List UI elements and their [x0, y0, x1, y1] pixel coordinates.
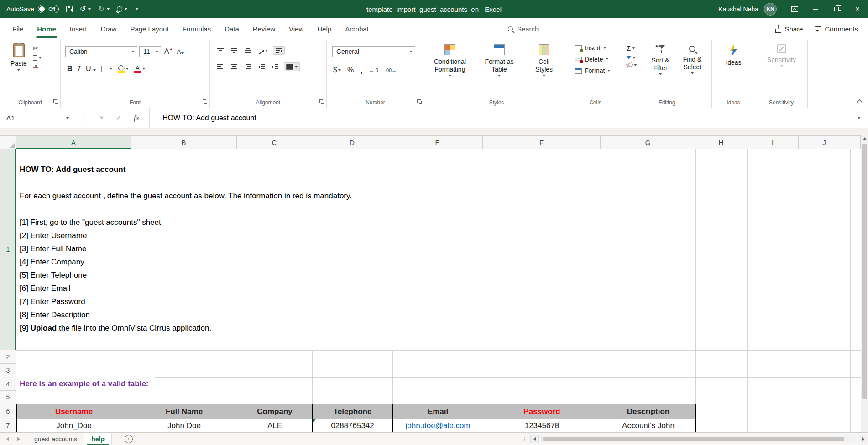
- autosum-dropdown-icon[interactable]: [632, 47, 635, 49]
- collapse-ribbon-icon[interactable]: [857, 99, 863, 105]
- loop-button[interactable]: [117, 6, 127, 12]
- undo-dropdown-icon[interactable]: [88, 8, 91, 10]
- tab-home[interactable]: Home: [30, 18, 63, 40]
- shrink-font-button[interactable]: A: [176, 48, 186, 55]
- sort-filter-button[interactable]: AZ Sort & Filter: [644, 44, 677, 108]
- clear-dropdown-icon[interactable]: [634, 64, 637, 66]
- cell-styles-button[interactable]: Cell Styles: [523, 44, 565, 108]
- scroll-up-icon[interactable]: [863, 137, 867, 140]
- paste-dropdown-icon[interactable]: [17, 69, 20, 71]
- font-name-select[interactable]: Calibri: [65, 46, 137, 57]
- loop-dropdown-icon[interactable]: [125, 8, 127, 10]
- grow-font-button[interactable]: A: [163, 47, 174, 56]
- search-box[interactable]: Search: [508, 25, 539, 33]
- column-header-j[interactable]: J: [799, 136, 850, 149]
- borders-button[interactable]: [101, 66, 112, 72]
- header-full-name[interactable]: Full Name: [131, 404, 237, 419]
- underline-dropdown-icon[interactable]: [93, 69, 96, 71]
- enter-icon[interactable]: ✓: [115, 114, 121, 122]
- redo-button[interactable]: ↻: [98, 5, 109, 13]
- header-username[interactable]: Username: [17, 404, 131, 419]
- row-header-1[interactable]: 1: [0, 149, 16, 350]
- autosum-button[interactable]: Σ: [627, 44, 644, 52]
- row-header-7[interactable]: 7: [0, 419, 16, 432]
- cell-telephone[interactable]: 0288765342: [313, 419, 393, 432]
- tab-view[interactable]: View: [282, 18, 310, 40]
- cell-description[interactable]: Account's John: [601, 419, 696, 432]
- horizontal-scroll-track[interactable]: [541, 436, 856, 442]
- align-right-button[interactable]: [243, 63, 253, 71]
- insert-cells-button[interactable]: Insert: [575, 44, 622, 52]
- row-header-5[interactable]: 5: [0, 391, 16, 404]
- font-color-dropdown-icon[interactable]: [142, 68, 145, 70]
- restore-button[interactable]: [826, 0, 847, 18]
- format-painter-button[interactable]: [33, 64, 38, 68]
- row-header-2[interactable]: 2: [0, 350, 16, 364]
- font-color-button[interactable]: A: [134, 65, 145, 73]
- header-password[interactable]: Password: [483, 404, 601, 419]
- sort-filter-dropdown-icon[interactable]: [659, 73, 662, 75]
- conditional-formatting-dropdown-icon[interactable]: [449, 75, 451, 77]
- horizontal-scrollbar[interactable]: ⋮: [522, 433, 868, 445]
- header-company[interactable]: Company: [237, 404, 313, 419]
- fill-dropdown-icon[interactable]: [633, 57, 635, 59]
- tab-review[interactable]: Review: [246, 18, 282, 40]
- vertical-scrollbar[interactable]: [861, 135, 868, 432]
- cell-email[interactable]: john.doe@ale.com: [393, 419, 483, 432]
- number-dialog-launcher-icon[interactable]: [417, 99, 422, 104]
- tab-insert[interactable]: Insert: [63, 18, 94, 40]
- orientation-button[interactable]: [256, 47, 269, 55]
- worksheet-grid[interactable]: 1 2 3 4 5 6 7 HOW TO: Add guest account …: [0, 149, 861, 432]
- comma-style-button[interactable]: ,: [360, 65, 363, 75]
- paste-button[interactable]: Paste: [5, 43, 32, 108]
- sheet-tab-help[interactable]: help: [84, 433, 112, 445]
- merge-center-button[interactable]: [284, 62, 300, 71]
- borders-dropdown-icon[interactable]: [110, 68, 112, 70]
- align-center-button[interactable]: [229, 63, 239, 71]
- cell-username[interactable]: John_Doe: [17, 419, 131, 432]
- fill-color-dropdown-icon[interactable]: [126, 68, 129, 70]
- row-header-4[interactable]: 4: [0, 377, 16, 391]
- number-format-select[interactable]: General: [332, 46, 415, 57]
- minimize-button[interactable]: [805, 0, 826, 18]
- format-cells-button[interactable]: Format: [575, 67, 622, 74]
- customize-qat-icon[interactable]: [136, 8, 138, 10]
- font-size-dropdown-icon[interactable]: [156, 51, 158, 52]
- avatar[interactable]: KN: [764, 3, 777, 16]
- ribbon-display-options-button[interactable]: [784, 0, 805, 18]
- number-format-dropdown-icon[interactable]: [410, 51, 413, 52]
- insert-function-icon[interactable]: fx: [134, 114, 139, 123]
- align-left-button[interactable]: [215, 63, 225, 71]
- row-header-3[interactable]: 3: [0, 364, 16, 377]
- fill-color-button[interactable]: [118, 66, 129, 72]
- header-description[interactable]: Description: [601, 404, 696, 419]
- column-header-h[interactable]: H: [695, 136, 747, 149]
- fill-button[interactable]: [627, 56, 644, 59]
- font-dialog-launcher-icon[interactable]: [203, 99, 208, 104]
- close-button[interactable]: ×: [847, 0, 868, 18]
- increase-decimal-button[interactable]: ←.0: [369, 67, 378, 73]
- tab-formulas[interactable]: Formulas: [176, 18, 218, 40]
- column-header-e[interactable]: E: [392, 136, 483, 149]
- formula-input[interactable]: HOW TO: Add guest account: [150, 108, 850, 128]
- tab-file[interactable]: File: [5, 18, 30, 40]
- splitter-dots-icon[interactable]: ⋮: [522, 435, 528, 442]
- column-header-f[interactable]: F: [483, 136, 601, 149]
- font-name-dropdown-icon[interactable]: [132, 51, 135, 52]
- align-bottom-button[interactable]: [243, 47, 253, 54]
- scroll-left-button[interactable]: [530, 435, 539, 443]
- font-size-select[interactable]: 11: [139, 46, 161, 57]
- name-box[interactable]: A1: [0, 108, 73, 128]
- column-header-partial[interactable]: [850, 136, 861, 149]
- scroll-right-button[interactable]: [859, 435, 867, 443]
- column-header-i[interactable]: I: [747, 136, 799, 149]
- cell-styles-dropdown-icon[interactable]: [543, 75, 545, 77]
- save-icon[interactable]: [66, 6, 73, 12]
- merge-center-dropdown-icon[interactable]: [295, 66, 298, 68]
- drag-handle-icon[interactable]: ⋮: [80, 114, 88, 122]
- name-box-dropdown-icon[interactable]: [66, 117, 69, 119]
- cell-password[interactable]: 12345678: [483, 419, 601, 432]
- cut-button[interactable]: ✂: [33, 45, 38, 52]
- accounting-dropdown-icon[interactable]: [338, 69, 341, 71]
- delete-cells-button[interactable]: Delete: [575, 56, 622, 63]
